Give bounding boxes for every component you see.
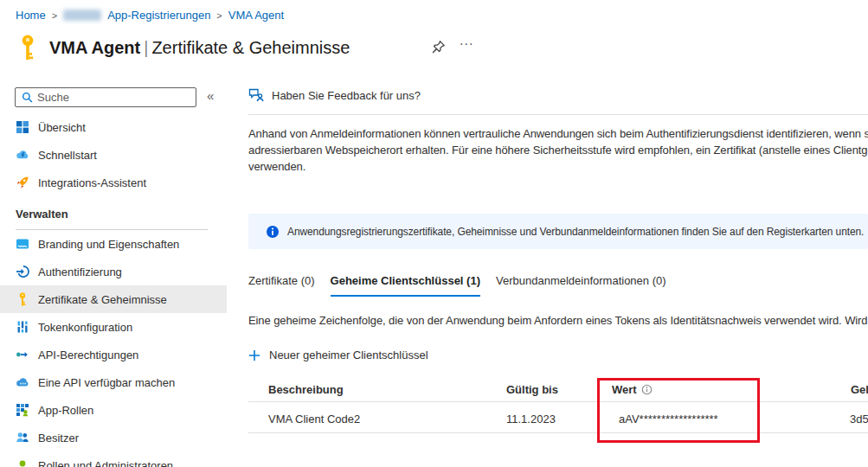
plus-icon	[248, 349, 260, 361]
sidebar-item-label: Schnellstart	[38, 149, 97, 162]
sidebar-section-verwalten: Verwalten	[0, 205, 227, 222]
info-icon	[266, 225, 280, 239]
sidebar-item-eine-api-verfuegbar-machen[interactable]: Eine API verfügbar machen	[0, 368, 227, 396]
breadcrumb: Home > App-Registrierungen > VMA Agent	[16, 9, 284, 22]
search-icon	[22, 92, 33, 103]
page-title: VMA Agent|Zertifikate & Geheimnisse	[49, 38, 350, 58]
table-row-divider	[248, 432, 868, 433]
feedback-icon	[248, 88, 264, 102]
sidebar-item-tokenkonfiguration[interactable]: Tokenkonfiguration	[0, 313, 227, 341]
collapse-sidebar-button[interactable]: «	[207, 88, 214, 103]
quickstart-cloud-icon	[16, 148, 29, 162]
sidebar-search	[15, 87, 196, 107]
page-header: VMA Agent|Zertifikate & Geheimnisse	[17, 35, 350, 61]
sidebar-item-api-berechtigungen[interactable]: API-Berechtigungen	[0, 341, 227, 368]
pin-icon[interactable]	[431, 40, 446, 58]
table-header-divider	[248, 401, 868, 402]
more-options-button[interactable]: ...	[460, 33, 473, 48]
key-icon	[16, 292, 29, 306]
page-title-separator: |	[140, 38, 151, 57]
app-roles-icon	[16, 403, 29, 417]
branding-icon	[16, 237, 29, 251]
tab-description: Eine geheime Zeichenfolge, die von der A…	[248, 314, 868, 327]
token-config-icon	[16, 320, 29, 334]
search-input[interactable]	[37, 89, 196, 106]
sidebar-item-label: Tokenkonfiguration	[38, 321, 132, 334]
col-header-beschreibung: Beschreibung	[268, 383, 344, 396]
breadcrumb-app-registrations[interactable]: App-Registrierungen	[107, 9, 210, 22]
sidebar-item-label: Authentifizierung	[38, 265, 122, 278]
new-client-secret-button[interactable]: Neuer geheimer Clientschlüssel	[248, 349, 428, 361]
roles-admins-icon	[16, 458, 29, 467]
cell-valid-until: 11.1.2023	[506, 413, 556, 425]
page-title-app: VMA Agent	[49, 38, 140, 57]
redacted-tenant-name	[63, 10, 101, 21]
sidebar-item-schnellstart[interactable]: Schnellstart	[0, 141, 227, 169]
sidebar-item-rollen-und-administratoren[interactable]: Rollen und Administratoren	[0, 451, 227, 467]
new-client-secret-label: Neuer geheimer Clientschlüssel	[269, 349, 428, 361]
cell-secret-value: aAV******************	[619, 413, 718, 425]
feedback-link[interactable]: Haben Sie Feedback für uns?	[248, 88, 421, 102]
header-divider	[248, 114, 868, 115]
sidebar-item-label: Rollen und Administratoren	[38, 459, 173, 467]
sidebar-item-label: App-Rollen	[38, 404, 93, 417]
sidebar-item-integrations-assistent[interactable]: Integrations-Assistent	[0, 169, 227, 196]
breadcrumb-separator: >	[52, 10, 57, 21]
sidebar-item-label: Zertifikate & Geheimnisse	[38, 293, 167, 306]
breadcrumb-separator: >	[216, 10, 222, 21]
sidebar-item-label: Integrations-Assistent	[38, 176, 146, 189]
sidebar-item-branding[interactable]: Branding und Eigenschaften	[0, 230, 227, 258]
info-banner: Anwendungsregistrierungszertifikate, Geh…	[248, 214, 868, 249]
breadcrumb-current[interactable]: VMA Agent	[228, 9, 284, 22]
page-title-section: Zertifikate & Geheimnisse	[151, 38, 350, 57]
intro-line: Anhand von Anmeldeinformationen können v…	[248, 125, 868, 142]
wert-info-icon[interactable]	[641, 384, 653, 395]
sidebar-item-authentifizierung[interactable]: Authentifizierung	[0, 258, 227, 285]
cell-secret-id: 3d5	[850, 413, 868, 425]
owners-icon	[16, 431, 29, 445]
overview-grid-icon	[16, 120, 29, 134]
client-secrets-table: Beschreibung Gültig bis Wert Geheime ID …	[248, 377, 868, 446]
authentication-icon	[16, 265, 29, 278]
rocket-icon	[16, 176, 29, 189]
sidebar-item-label: Übersicht	[38, 121, 86, 134]
col-header-wert: Wert	[612, 383, 653, 396]
intro-line: adressierbaren Webspeicherort erhalten. …	[248, 142, 868, 158]
feedback-label: Haben Sie Feedback für uns?	[272, 89, 421, 102]
intro-paragraph: Anhand von Anmeldeinformationen können v…	[248, 125, 868, 175]
intro-line: verwenden.	[248, 158, 868, 175]
sidebar-item-label: Eine API verfügbar machen	[38, 376, 175, 389]
col-header-gueltig-bis: Gültig bis	[506, 383, 558, 396]
tab-bar: Zertifikate (0) Geheime Clientschlüssel …	[248, 274, 666, 297]
sidebar-item-uebersicht[interactable]: Übersicht	[0, 113, 227, 141]
tab-verbundanmeldeinformationen[interactable]: Verbundanmeldeinformationen (0)	[496, 274, 666, 297]
expose-api-cloud-icon	[16, 375, 29, 389]
key-icon	[17, 35, 38, 61]
sidebar-item-app-rollen[interactable]: App-Rollen	[0, 396, 227, 424]
sidebar-item-besitzer[interactable]: Besitzer	[0, 424, 227, 451]
sidebar-nav: Übersicht Schnellstart Integrations-Assi…	[0, 113, 227, 467]
info-banner-text: Anwendungsregistrierungszertifikate, Geh…	[287, 226, 864, 238]
sidebar-item-zertifikate-geheimnisse[interactable]: Zertifikate & Geheimnisse	[0, 285, 227, 313]
cell-description: VMA Client Code2	[268, 413, 360, 425]
col-header-geheime-id: Geheime ID	[851, 383, 868, 396]
breadcrumb-home[interactable]: Home	[16, 9, 46, 22]
sidebar-item-label: API-Berechtigungen	[38, 349, 138, 361]
tab-geheime-clientschluessel[interactable]: Geheime Clientschlüssel (1)	[331, 274, 480, 297]
sidebar-item-label: Branding und Eigenschaften	[38, 238, 179, 251]
sidebar-item-label: Besitzer	[38, 432, 79, 445]
tab-zertifikate[interactable]: Zertifikate (0)	[248, 274, 315, 297]
api-permissions-icon	[16, 348, 29, 361]
